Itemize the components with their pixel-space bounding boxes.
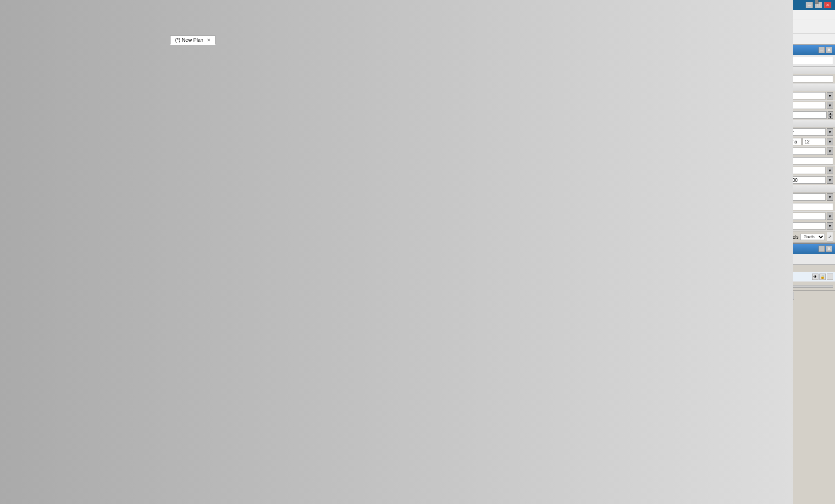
layer-lock-btn[interactable]: 🔒 <box>819 274 826 280</box>
show-code-dropdown[interactable]: ▼ <box>827 148 833 155</box>
opacity-slider-thumb[interactable] <box>815 0 818 4</box>
size-dropdown[interactable]: ▼ <box>827 176 833 184</box>
tab-new-plan[interactable]: (*) New Plan ✕ <box>170 35 216 45</box>
position-dropdown[interactable]: ▼ <box>827 128 833 136</box>
opacity-slider[interactable] <box>755 285 833 288</box>
font-size-input[interactable]: 12 <box>802 138 826 145</box>
opacity-down[interactable]: ▼ <box>828 115 833 119</box>
load-from-file-dropdown[interactable]: ▼ <box>827 92 833 99</box>
properties-minimize[interactable]: ─ <box>818 47 825 53</box>
show-in-manifest-dropdown[interactable]: ▼ <box>827 222 833 230</box>
font-dropdown[interactable]: ▼ <box>827 138 833 145</box>
opacity-row: Opacity: <box>735 282 835 290</box>
layers-close[interactable]: ✕ <box>826 246 832 252</box>
opacity-spinner: ▲ ▼ <box>828 111 833 119</box>
show-in-legend-dropdown[interactable]: ▼ <box>827 213 833 220</box>
close-button[interactable]: ✕ <box>824 2 831 8</box>
tab-new-plan-label: (*) New Plan <box>175 37 204 43</box>
main-layout: Tools ─ ✕ 40 <box>0 45 835 504</box>
units-expand-btn[interactable]: ⤢ <box>827 232 833 242</box>
color-mode-dropdown[interactable]: ▼ <box>827 102 833 109</box>
layers-header-buttons: ─ ✕ <box>818 246 832 252</box>
minimize-button[interactable]: ─ <box>806 2 813 8</box>
show-size-dropdown[interactable]: ▼ <box>827 167 833 174</box>
opacity-up[interactable]: ▲ <box>828 111 833 115</box>
layer-more-btn[interactable]: ⋯ <box>827 274 833 280</box>
layers-minimize[interactable]: ─ <box>818 246 825 252</box>
properties-header-buttons: ─ ✕ <box>818 47 832 53</box>
layers-panel: Layers ─ ✕ + 📁 ↑ ↓ 🗑 Diagram layers Laye… <box>735 243 835 290</box>
units-select[interactable]: Pixels Meters <box>800 234 825 240</box>
layer-controls: 👁 🔒 ⋯ <box>812 274 833 280</box>
properties-panel: Properties ─ ✕ ≡ ⊞ 🔍 Search: ▼ Selection… <box>734 45 835 504</box>
entry-name-dropdown[interactable]: ▼ <box>827 193 833 201</box>
properties-close[interactable]: ✕ <box>826 47 832 53</box>
layer-visible-btn[interactable]: 👁 <box>812 274 818 280</box>
tab-new-plan-close[interactable]: ✕ <box>207 38 210 43</box>
